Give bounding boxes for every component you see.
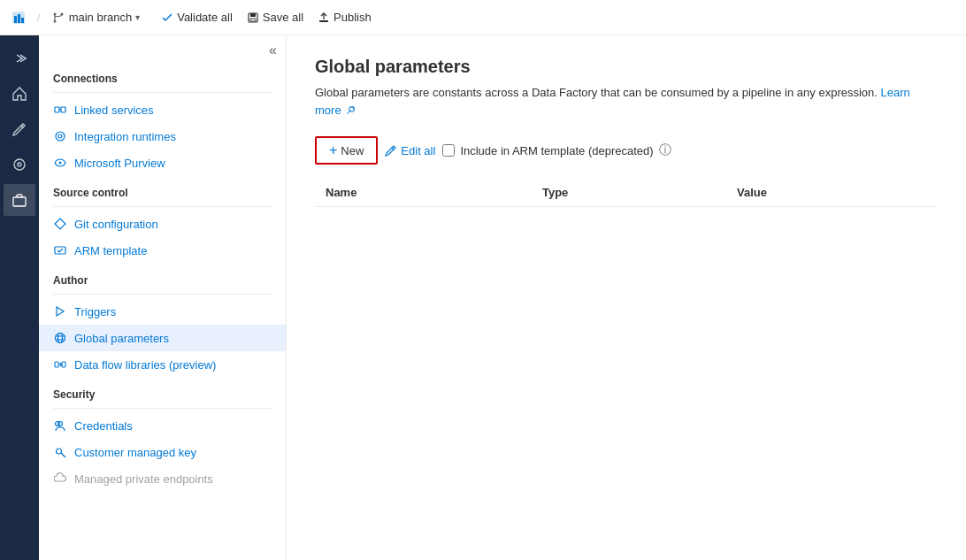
collapse-icon[interactable]: « xyxy=(269,42,277,58)
private-endpoints-label: Managed private endpoints xyxy=(74,472,213,486)
runtime-icon xyxy=(53,129,67,143)
home-icon xyxy=(12,86,27,102)
col-value: Value xyxy=(726,179,938,207)
integration-runtimes-label: Integration runtimes xyxy=(74,130,176,143)
svg-rect-27 xyxy=(55,362,58,367)
customer-key-label: Customer managed key xyxy=(74,446,196,459)
svg-rect-28 xyxy=(62,362,65,367)
credentials-icon xyxy=(53,418,67,433)
new-button[interactable]: + New xyxy=(315,136,378,165)
content-description: Global parameters are constants across a… xyxy=(315,84,938,119)
linked-services-item[interactable]: Linked services xyxy=(39,96,286,123)
save-all-button[interactable]: Save all xyxy=(247,11,303,24)
triggers-label: Triggers xyxy=(74,305,116,318)
external-link-icon xyxy=(346,106,355,115)
collapse-btn[interactable]: « xyxy=(39,35,286,62)
arm-icon xyxy=(53,243,67,257)
svg-point-18 xyxy=(56,132,65,141)
svg-point-5 xyxy=(53,19,56,22)
table-header-row: Name Type Value xyxy=(315,179,938,207)
content-area: Global parameters Global parameters are … xyxy=(287,35,966,560)
svg-marker-20 xyxy=(55,219,65,229)
security-divider xyxy=(53,408,272,409)
breadcrumb-sep: / xyxy=(37,11,41,24)
link-icon xyxy=(53,103,67,117)
triggers-item[interactable]: Triggers xyxy=(39,298,286,325)
svg-rect-10 xyxy=(250,19,256,21)
col-type: Type xyxy=(532,179,726,207)
svg-point-4 xyxy=(53,12,56,15)
author-section-title: Author xyxy=(39,267,286,290)
git-config-item[interactable]: Git configuration xyxy=(39,211,286,237)
validate-icon xyxy=(161,12,173,24)
monitor-nav-item[interactable] xyxy=(4,149,35,180)
publish-button[interactable]: Publish xyxy=(318,11,372,24)
svg-rect-14 xyxy=(13,197,26,206)
include-arm-checkbox[interactable] xyxy=(442,144,455,157)
chevron-right-icon xyxy=(12,51,27,65)
manage-nav-item[interactable] xyxy=(4,184,35,216)
edit-icon xyxy=(385,144,397,157)
pencil-icon xyxy=(12,121,27,137)
params-table: Name Type Value xyxy=(315,179,938,207)
source-control-divider xyxy=(53,206,272,207)
plus-icon: + xyxy=(329,142,337,158)
sidebar: « Connections Linked services Integratio… xyxy=(39,35,287,560)
svg-point-34 xyxy=(57,449,62,454)
briefcase-icon xyxy=(12,192,27,208)
edit-all-button[interactable]: Edit all xyxy=(385,144,435,157)
expand-sidebar-btn[interactable] xyxy=(4,42,35,74)
dataflow-icon xyxy=(53,357,67,372)
purview-item[interactable]: Microsoft Purview xyxy=(39,150,286,176)
purview-label: Microsoft Purview xyxy=(74,157,165,170)
security-section-title: Security xyxy=(39,381,286,404)
icon-bar xyxy=(0,35,39,560)
branch-label: main branch xyxy=(69,11,133,24)
svg-point-19 xyxy=(59,162,62,165)
svg-point-24 xyxy=(58,334,63,343)
svg-rect-3 xyxy=(21,18,24,23)
validate-all-button[interactable]: Validate all xyxy=(161,11,233,24)
svg-marker-22 xyxy=(57,307,64,316)
include-arm-checkbox-container: Include in ARM template (deprecated) ⓘ xyxy=(442,142,671,158)
key-icon xyxy=(53,445,67,459)
svg-rect-21 xyxy=(55,247,65,254)
git-config-label: Git configuration xyxy=(74,218,158,231)
customer-key-item[interactable]: Customer managed key xyxy=(39,439,286,465)
credentials-item[interactable]: Credentials xyxy=(39,412,286,439)
main-layout: « Connections Linked services Integratio… xyxy=(0,35,966,560)
author-nav-item[interactable] xyxy=(4,113,35,145)
global-params-label: Global parameters xyxy=(74,332,169,345)
dataflow-item[interactable]: Data flow libraries (preview) xyxy=(39,351,286,378)
arm-template-item[interactable]: ARM template xyxy=(39,237,286,264)
branch-selector[interactable]: main branch ▾ xyxy=(51,11,141,25)
dataflow-label: Data flow libraries (preview) xyxy=(74,358,216,372)
svg-rect-2 xyxy=(18,14,20,23)
topbar: / main branch ▾ Validate all Save all xyxy=(0,0,966,35)
credentials-label: Credentials xyxy=(74,419,133,433)
home-nav-item[interactable] xyxy=(4,78,35,110)
integration-runtimes-item[interactable]: Integration runtimes xyxy=(39,123,286,150)
save-icon xyxy=(247,12,259,24)
svg-rect-15 xyxy=(55,107,59,112)
app-logo xyxy=(11,10,27,26)
content-toolbar: + New Edit all Include in ARM template (… xyxy=(315,136,938,165)
connections-section-title: Connections xyxy=(39,65,286,88)
info-icon[interactable]: ⓘ xyxy=(659,142,671,158)
svg-point-23 xyxy=(56,334,65,343)
globe-icon xyxy=(53,331,67,345)
source-control-section-title: Source control xyxy=(39,180,286,203)
col-name: Name xyxy=(315,179,532,207)
private-endpoints-item: Managed private endpoints xyxy=(39,465,286,492)
global-params-item[interactable]: Global parameters xyxy=(39,325,286,351)
trigger-icon xyxy=(53,304,67,318)
author-divider xyxy=(53,294,272,295)
page-title: Global parameters xyxy=(315,57,938,77)
arm-template-label: ARM template xyxy=(74,244,147,257)
svg-rect-9 xyxy=(250,13,256,17)
branch-chevron: ▾ xyxy=(135,12,140,22)
svg-rect-16 xyxy=(61,107,65,112)
eye-icon xyxy=(53,156,67,170)
svg-rect-1 xyxy=(14,16,17,23)
include-arm-label: Include in ARM template (deprecated) xyxy=(460,144,653,157)
